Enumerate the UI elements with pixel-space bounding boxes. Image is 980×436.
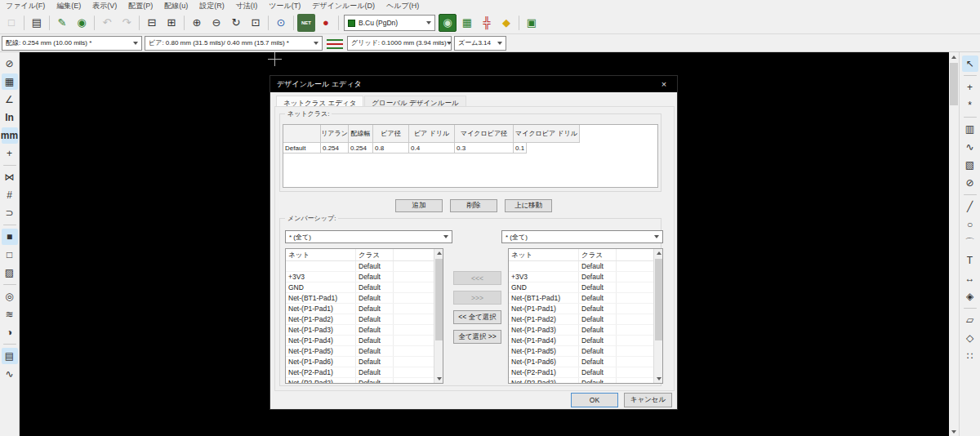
menu-tools[interactable]: ツール(T)	[263, 1, 306, 11]
plot-icon[interactable]: ⊞	[163, 14, 180, 32]
net-row[interactable]: Default	[286, 261, 443, 272]
scrollbar-thumb[interactable]	[950, 63, 958, 105]
net-row[interactable]: Net-(P1-Pad2) Default	[509, 314, 662, 325]
net-row[interactable]: Net-(P1-Pad5) Default	[509, 346, 662, 357]
via-display-icon[interactable]: ◉	[439, 14, 457, 32]
add-text-icon[interactable]: T	[962, 252, 978, 269]
menu-route[interactable]: 配線(u)	[158, 1, 194, 11]
scroll-down-icon[interactable]	[654, 374, 663, 383]
menu-view[interactable]: 表示(V)	[87, 1, 122, 11]
menu-design-rules[interactable]: デザインルール(D)	[306, 1, 381, 11]
vias-sketch-icon[interactable]: ◎	[2, 288, 18, 305]
scroll-up-icon[interactable]	[434, 249, 443, 258]
net-row[interactable]: Net-(P1-Pad3) Default	[286, 325, 443, 336]
net-row[interactable]: Net-(P1-Pad3) Default	[509, 325, 662, 336]
net-row[interactable]: Net-(P2-Pad2) Default	[286, 378, 443, 384]
footprint-viewer-icon[interactable]: ◉	[73, 14, 91, 32]
units-mm-icon[interactable]: mm	[2, 127, 18, 144]
add-netclass-button[interactable]: 追加	[395, 199, 443, 212]
remove-netclass-button[interactable]: 削除	[450, 199, 497, 212]
net-row[interactable]: GND Default	[286, 283, 443, 293]
python-console-icon[interactable]: ▣	[523, 14, 541, 32]
grid-select[interactable]: グリッド: 0.1000 mm (3.94 mils)	[347, 36, 452, 51]
scrollbar-thumb[interactable]	[435, 259, 443, 340]
print-icon[interactable]: ⊟	[143, 14, 161, 32]
menu-edit[interactable]: 編集(E)	[51, 1, 87, 11]
add-dimension-icon[interactable]: ↔	[962, 270, 978, 287]
scrollbar-thumb[interactable]	[655, 259, 662, 340]
net-row[interactable]: Net-(P2-Pad1) Default	[286, 367, 443, 378]
net-row[interactable]: Net-(P1-Pad4) Default	[509, 336, 662, 346]
layers-manager-icon[interactable]: ▤	[2, 348, 18, 364]
cursor-shape-icon[interactable]: +	[2, 145, 18, 162]
select-all-left-button[interactable]: << 全て選択	[453, 310, 501, 324]
menu-preferences[interactable]: 設定(R)	[194, 1, 230, 11]
zones-filled-icon[interactable]: ■	[2, 229, 18, 245]
draw-circle-icon[interactable]: ○	[962, 216, 978, 233]
microwave-tools-icon[interactable]: ∿	[2, 366, 18, 382]
net-row[interactable]: Net-(P1-Pad6) Default	[286, 357, 443, 367]
select-tool-icon[interactable]: ↖	[962, 56, 978, 72]
zoom-fit-icon[interactable]: ⊡	[247, 14, 265, 32]
track-width-select[interactable]: 配線: 0.254 mm (10.00 mils) *	[2, 36, 142, 51]
footprint-editor-icon[interactable]: ✎	[53, 14, 71, 32]
net-row[interactable]: Net-(BT1-Pad1) Default	[509, 293, 662, 304]
netclass-cell[interactable]: 0.254	[321, 143, 349, 153]
highlight-net-icon[interactable]: +	[962, 79, 978, 96]
dialog-titlebar[interactable]: デザインルール エディタ ×	[270, 76, 677, 92]
module-ratsnest-icon[interactable]: #	[2, 187, 18, 203]
list-scrollbar[interactable]	[653, 249, 662, 383]
add-zone-icon[interactable]: ▧	[962, 157, 978, 173]
net-row[interactable]: Net-(P1-Pad4) Default	[286, 336, 443, 346]
scroll-up-icon[interactable]	[654, 249, 663, 258]
route-track-icon[interactable]: ∿	[962, 139, 978, 155]
zoom-redraw-icon[interactable]: ↻	[227, 14, 245, 32]
route-mode-icon[interactable]: ╬	[478, 14, 496, 32]
drc-off-icon[interactable]: ⊘	[2, 56, 18, 72]
freeroute-icon[interactable]: ◆	[497, 14, 515, 32]
page-settings-icon[interactable]: ▤	[28, 14, 46, 32]
track-display-icon[interactable]	[327, 36, 343, 51]
netclass-cell[interactable]: 0.254	[349, 143, 373, 153]
net-row[interactable]: Net-(P1-Pad2) Default	[286, 314, 443, 325]
zones-nofill-icon[interactable]: ▨	[2, 265, 18, 281]
left-net-list[interactable]: ネット クラス Default +3V3 Default	[285, 248, 443, 384]
net-row[interactable]: Net-(P2-Pad1) Default	[509, 367, 662, 378]
contrast-mode-icon[interactable]: ◑	[2, 324, 18, 340]
menu-help[interactable]: ヘルプ(H)	[381, 1, 425, 11]
select-all-right-button[interactable]: 全て選択 >>	[453, 330, 501, 344]
net-row[interactable]: Net-(P1-Pad1) Default	[509, 304, 662, 314]
scroll-down-icon[interactable]	[434, 374, 443, 383]
net-row[interactable]: +3V3 Default	[509, 272, 662, 283]
right-net-list[interactable]: ネット クラス Default +3V3 Default	[508, 248, 663, 384]
menu-dimensions[interactable]: 寸法(I)	[230, 1, 264, 11]
grid-origin-icon[interactable]: ∷	[962, 348, 978, 364]
via-size-select[interactable]: ビア: 0.80 mm (31.5 mils)/ 0.40 mm (15.7 m…	[145, 36, 323, 51]
drc-icon[interactable]: ●	[317, 14, 335, 32]
netclass-cell[interactable]: 0.3	[455, 143, 514, 153]
keepout-zone-icon[interactable]: ⊘	[962, 175, 978, 191]
find-icon[interactable]: ⊙	[272, 14, 290, 32]
scroll-down-icon[interactable]	[949, 426, 959, 436]
ratsnest-show-icon[interactable]: ⋈	[2, 169, 18, 185]
cancel-button[interactable]: キャンセル	[624, 393, 672, 407]
net-row[interactable]: Net-(BT1-Pad1) Default	[286, 293, 443, 304]
zones-sketch-icon[interactable]: □	[2, 247, 18, 263]
draw-arc-icon[interactable]: ⌒	[962, 234, 978, 251]
net-row[interactable]: Net-(P2-Pad2) Default	[509, 378, 662, 384]
net-row[interactable]: Net-(P1-Pad1) Default	[286, 304, 443, 314]
footprint-mode-icon[interactable]: ▦	[458, 14, 476, 32]
menu-file[interactable]: ファイル(F)	[0, 1, 51, 11]
zoom-out-icon[interactable]: ⊖	[207, 14, 225, 32]
polar-coords-icon[interactable]: ∠	[2, 91, 18, 108]
ok-button[interactable]: OK	[571, 393, 618, 407]
units-inch-icon[interactable]: In	[2, 109, 18, 126]
list-scrollbar[interactable]	[434, 249, 443, 383]
netclass-cell[interactable]: Default	[283, 143, 321, 153]
close-icon[interactable]: ×	[651, 76, 677, 92]
drill-origin-icon[interactable]: ◇	[962, 330, 978, 346]
netclass-cell[interactable]: 0.4	[409, 143, 455, 153]
draw-line-icon[interactable]: ╱	[962, 198, 978, 215]
net-row[interactable]: +3V3 Default	[286, 272, 443, 283]
tracks-sketch-icon[interactable]: ≋	[2, 306, 18, 323]
